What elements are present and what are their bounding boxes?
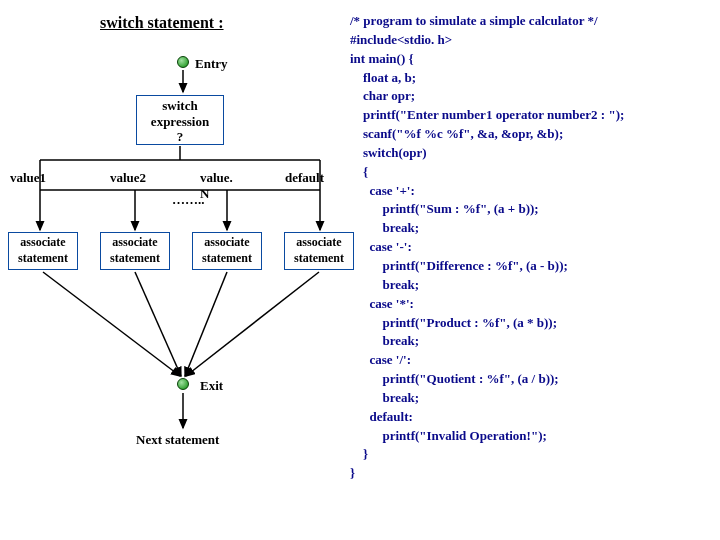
svg-line-8	[43, 272, 180, 376]
assocD-l2: statement	[285, 251, 353, 267]
assocN-l1: associate	[193, 235, 261, 251]
switch-expression-box: switch expression ?	[136, 95, 224, 145]
assoc-box-2: associate statement	[100, 232, 170, 270]
code-block: /* program to simulate a simple calculat…	[350, 12, 624, 483]
switch-line1: switch	[137, 98, 223, 114]
assocD-l1: associate	[285, 235, 353, 251]
entry-node	[177, 56, 189, 68]
assoc-box-1: associate statement	[8, 232, 78, 270]
svg-line-9	[135, 272, 181, 376]
entry-label: Entry	[195, 56, 228, 72]
exit-label: Exit	[200, 378, 223, 394]
next-statement-label: Next statement	[136, 432, 219, 448]
switch-line3: ?	[137, 129, 223, 145]
heading-switch-statement: switch statement :	[100, 14, 224, 32]
assoc2-l2: statement	[101, 251, 169, 267]
switch-line2: expression	[137, 114, 223, 130]
assoc2-l1: associate	[101, 235, 169, 251]
ellipsis-label: ……..	[172, 192, 205, 208]
label-valueN: value. N	[200, 170, 233, 202]
label-default: default	[285, 170, 324, 186]
assoc-box-default: associate statement	[284, 232, 354, 270]
label-value1: value1	[10, 170, 46, 186]
assoc1-l2: statement	[9, 251, 77, 267]
svg-line-10	[185, 272, 227, 376]
svg-line-11	[186, 272, 319, 376]
assoc1-l1: associate	[9, 235, 77, 251]
assoc-box-N: associate statement	[192, 232, 262, 270]
exit-node	[177, 378, 189, 390]
assocN-l2: statement	[193, 251, 261, 267]
label-value2: value2	[110, 170, 146, 186]
